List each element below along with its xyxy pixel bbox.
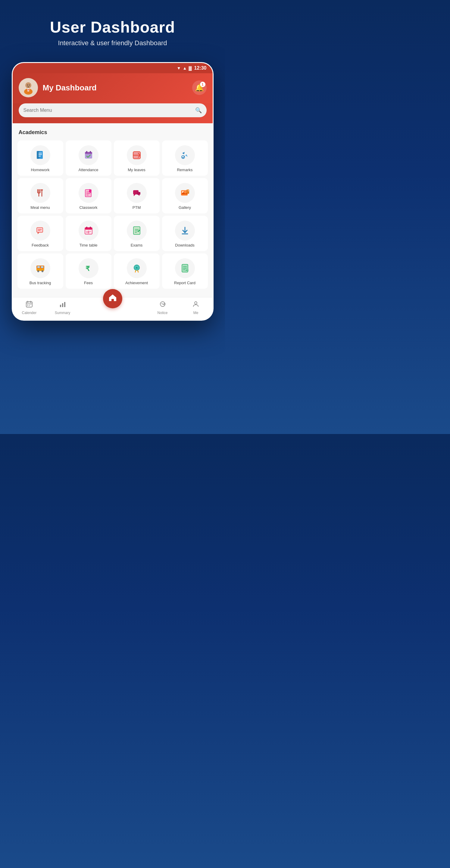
- search-icon: 🔍: [195, 107, 202, 114]
- fees-label: Fees: [84, 281, 93, 285]
- me-nav-label: Me: [193, 311, 198, 315]
- status-bar: ▼ ▲ ▓ 12:30: [13, 63, 213, 73]
- nav-item-summary[interactable]: Summary: [46, 301, 79, 315]
- menu-item-meal-menu[interactable]: Meal menu: [18, 178, 63, 213]
- header-left: My Dashboard: [19, 78, 97, 97]
- app-header: My Dashboard 🔔 1: [13, 73, 213, 103]
- menu-item-homework[interactable]: Homework: [18, 141, 63, 176]
- fees-icon-circle: ₹: [78, 258, 98, 278]
- svg-point-0: [25, 82, 31, 88]
- svg-rect-87: [64, 302, 65, 307]
- report-card-icon-circle: A+: [175, 258, 195, 278]
- achievement-label: Achievement: [125, 281, 148, 285]
- notice-icon: [159, 301, 166, 310]
- svg-rect-12: [85, 152, 92, 154]
- calendar-nav-label: Calender: [22, 311, 36, 315]
- svg-marker-40: [38, 232, 39, 234]
- svg-rect-80: [27, 304, 28, 305]
- nav-item-notice[interactable]: Notice: [146, 301, 179, 315]
- svg-marker-30: [138, 195, 139, 196]
- attendance-label: Attendance: [78, 167, 98, 172]
- menu-item-ptm[interactable]: PTM: [114, 178, 160, 213]
- svg-line-69: [138, 270, 138, 272]
- avatar[interactable]: [19, 78, 38, 97]
- svg-rect-14: [90, 151, 91, 153]
- achievement-icon-circle: [127, 258, 147, 278]
- remarks-icon-circle: [175, 145, 195, 165]
- bottom-nav: Calender Summary: [13, 297, 213, 320]
- svg-rect-85: [60, 305, 61, 307]
- menu-item-attendance[interactable]: Attendance: [66, 141, 111, 176]
- menu-grid-row3: Feedback Time table: [18, 216, 208, 251]
- home-icon: [108, 293, 117, 304]
- nav-item-me[interactable]: Me: [179, 301, 213, 315]
- svg-point-90: [195, 302, 197, 304]
- attendance-icon-circle: [78, 145, 98, 165]
- menu-item-report-card[interactable]: A+ Report Card: [162, 253, 208, 289]
- home-fab-button[interactable]: [103, 289, 122, 308]
- notification-button[interactable]: 🔔 1: [192, 81, 206, 95]
- ptm-label: PTM: [132, 205, 141, 210]
- svg-rect-29: [137, 192, 140, 195]
- nav-item-calendar[interactable]: Calender: [13, 301, 46, 315]
- menu-item-time-table[interactable]: Time table: [66, 216, 111, 251]
- menu-item-my-leaves[interactable]: My leaves: [114, 141, 160, 176]
- phone-frame: ▼ ▲ ▓ 12:30: [12, 62, 214, 321]
- menu-item-downloads[interactable]: Downloads: [162, 216, 208, 251]
- me-icon: [192, 301, 199, 310]
- svg-rect-44: [86, 227, 87, 229]
- svg-marker-28: [134, 194, 135, 196]
- downloads-label: Downloads: [175, 243, 194, 247]
- svg-rect-86: [62, 303, 63, 307]
- menu-item-exams[interactable]: Exams: [114, 216, 160, 251]
- svg-point-63: [42, 271, 43, 272]
- svg-point-35: [188, 190, 189, 191]
- menu-item-gallery[interactable]: Gallery: [162, 178, 208, 213]
- time-table-label: Time table: [79, 243, 97, 247]
- svg-rect-59: [41, 266, 43, 268]
- status-time: 12:30: [194, 65, 206, 71]
- menu-item-fees[interactable]: ₹ Fees: [66, 253, 111, 289]
- svg-rect-45: [90, 227, 91, 229]
- remarks-label: Remarks: [177, 167, 192, 172]
- svg-point-62: [38, 271, 38, 272]
- feedback-label: Feedback: [32, 243, 49, 247]
- my-leaves-icon-circle: [127, 145, 147, 165]
- menu-item-classwork[interactable]: Classwork: [66, 178, 111, 213]
- svg-point-5: [29, 85, 30, 86]
- svg-rect-13: [86, 151, 87, 153]
- notice-nav-label: Notice: [158, 311, 168, 315]
- svg-rect-34: [187, 190, 189, 194]
- meal-menu-label: Meal menu: [30, 205, 50, 210]
- menu-item-achievement[interactable]: Achievement: [114, 253, 160, 289]
- header-title: My Dashboard: [43, 83, 97, 93]
- report-card-label: Report Card: [174, 281, 195, 285]
- search-container: 🔍: [13, 103, 213, 123]
- svg-rect-43: [85, 227, 92, 230]
- wifi-icon: ▼: [177, 66, 181, 70]
- signal-icon: ▲: [183, 66, 187, 70]
- menu-item-remarks[interactable]: Remarks: [162, 141, 208, 176]
- menu-item-bus-tracking[interactable]: Bus tracking: [18, 253, 63, 289]
- search-bar[interactable]: 🔍: [19, 103, 206, 117]
- meal-menu-icon-circle: [30, 183, 50, 203]
- time-table-icon-circle: [78, 221, 98, 241]
- svg-point-4: [27, 85, 28, 86]
- svg-text:₹: ₹: [86, 265, 90, 273]
- search-input[interactable]: [24, 107, 192, 113]
- svg-text:A+: A+: [186, 269, 189, 272]
- battery-icon: ▓: [189, 66, 192, 70]
- menu-grid-row4: Bus tracking ₹ Fees: [18, 253, 208, 289]
- homework-label: Homework: [31, 167, 50, 172]
- notification-badge: 1: [200, 82, 205, 87]
- menu-item-feedback[interactable]: Feedback: [18, 216, 63, 251]
- page-subtitle: Interactive & user friendly Dashboard: [50, 39, 175, 47]
- status-icons: ▼ ▲ ▓: [177, 66, 192, 70]
- svg-line-68: [135, 270, 136, 272]
- gallery-icon-circle: [175, 183, 195, 203]
- exams-label: Exams: [131, 243, 143, 247]
- svg-rect-81: [29, 304, 30, 305]
- summary-icon: [59, 301, 66, 310]
- svg-rect-84: [29, 305, 30, 306]
- bus-tracking-icon-circle: [30, 258, 50, 278]
